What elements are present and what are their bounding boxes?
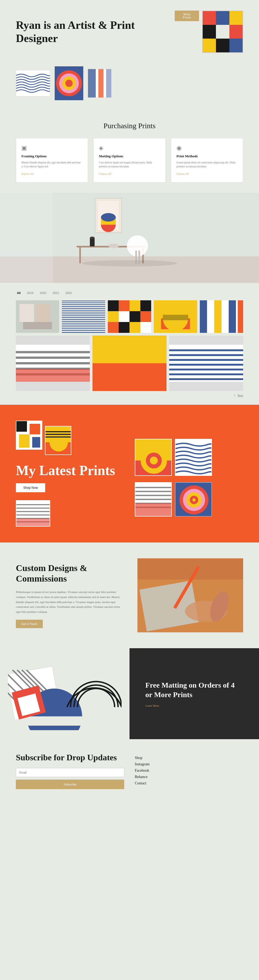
footer-link-contact[interactable]: Contact — [135, 781, 243, 786]
portfolio-grid-top — [16, 300, 243, 333]
portfolio-item-4 — [154, 300, 197, 333]
stripe-svg — [88, 69, 111, 98]
svg-rect-53 — [229, 300, 236, 333]
footer-link-behance[interactable]: Behance — [135, 775, 243, 779]
svg-rect-40 — [129, 311, 140, 322]
svg-rect-31 — [36, 304, 50, 322]
art-cell-7 — [203, 38, 216, 52]
circle-artwork — [54, 66, 84, 100]
svg-rect-69 — [30, 424, 40, 434]
svg-rect-13 — [0, 193, 53, 283]
custom-right — [137, 558, 243, 632]
footer-right: Shop Instagram Facebook Behance Contact — [135, 752, 243, 789]
shop-now-button[interactable]: Shop Now — [16, 483, 45, 492]
art-cell-8 — [216, 38, 229, 52]
orange-right-bottom — [135, 482, 243, 517]
get-touch-button[interactable]: Get in Touch — [16, 620, 43, 628]
room-section — [0, 193, 259, 283]
svg-rect-49 — [163, 315, 188, 320]
svg-rect-30 — [19, 304, 34, 322]
portfolio-yellow-orange-svg — [92, 336, 167, 391]
footer-link-shop[interactable]: Shop — [135, 756, 243, 760]
subscribe-button[interactable]: Subscribe — [16, 780, 124, 789]
svg-rect-57 — [92, 345, 167, 363]
orange-bottom-art — [16, 500, 124, 527]
svg-rect-39 — [119, 311, 129, 322]
portfolio-photo-svg — [16, 300, 59, 333]
svg-rect-45 — [140, 322, 151, 333]
hero-title: Ryan is an Artist & Print Designer — [16, 19, 175, 45]
svg-rect-51 — [200, 300, 207, 333]
tab-2022[interactable]: 2022 — [65, 291, 73, 295]
matting-option-card: ◈ Matting Options Cras ultrices ligula s… — [93, 138, 165, 182]
matting-icon: ◈ — [99, 145, 160, 151]
print-methods-description: Lorem ipsum dolor sit consectetur adipis… — [176, 161, 238, 169]
tab-all[interactable]: All — [16, 291, 22, 295]
purchasing-section: Purchasing Prints ▣ Framing Options Maur… — [0, 111, 259, 193]
svg-rect-7 — [88, 69, 96, 97]
art-cell-3 — [229, 11, 243, 25]
print-methods-card: ◉ Print Methods Lorem ipsum dolor sit co… — [171, 138, 243, 182]
svg-rect-44 — [129, 322, 140, 333]
footer-link-facebook[interactable]: Facebook — [135, 768, 243, 773]
footer-section: Subscribe for Drop Updates Subscribe Sho… — [0, 739, 259, 802]
portfolio-geo-svg — [108, 300, 151, 333]
learn-more-link[interactable]: Learn More — [145, 704, 243, 707]
latest-prints-right — [135, 439, 243, 517]
orange-art-rb2 — [175, 482, 212, 517]
matting-description: Cras ultrices ligula sed magna dictum po… — [99, 161, 160, 169]
orange-art-tl — [16, 421, 42, 450]
latest-prints-left: My Latest Prints Shop Now — [16, 421, 124, 527]
shop-prints-button[interactable]: Shop Prints — [175, 11, 199, 21]
print-methods-explore-link[interactable]: Explore All — [176, 172, 189, 175]
hero-art-grid — [202, 11, 243, 53]
portfolio-stripe-h-svg — [169, 336, 243, 391]
custom-section: Custom Designs & Commissions Pellentesqu… — [0, 542, 259, 648]
shop-btn-area: Shop Prints — [175, 11, 199, 21]
orange-art-tr — [45, 426, 72, 455]
orange-art-bl — [16, 500, 50, 527]
stripe-artwork — [88, 69, 111, 98]
svg-rect-36 — [129, 300, 140, 311]
svg-point-5 — [65, 80, 72, 87]
framing-description: Mauris blandit aliquam elit, eget tincid… — [21, 161, 83, 169]
orange-right-top — [135, 439, 243, 476]
svg-point-22 — [127, 235, 148, 256]
footer-link-instagram[interactable]: Instagram — [135, 762, 243, 767]
svg-rect-123 — [26, 716, 82, 726]
portfolio-item-5 — [200, 300, 243, 333]
hero-art: Shop Prints — [175, 11, 243, 53]
next-page-link[interactable]: Next — [238, 394, 243, 397]
svg-rect-37 — [140, 300, 151, 311]
svg-point-74 — [49, 433, 68, 452]
svg-point-27 — [108, 244, 119, 248]
room-svg — [0, 193, 259, 283]
tab-2020[interactable]: 2020 — [39, 291, 47, 295]
art-cell-5 — [216, 25, 229, 38]
tab-2019[interactable]: 2019 — [26, 291, 34, 295]
matting-title: Matting Options — [99, 154, 160, 158]
options-grid: ▣ Framing Options Mauris blandit aliquam… — [16, 138, 243, 182]
svg-point-105 — [192, 498, 195, 501]
svg-rect-54 — [238, 300, 243, 333]
footer-heading: Subscribe for Drop Updates — [16, 752, 124, 762]
svg-rect-68 — [16, 421, 27, 432]
artworks-row — [0, 64, 259, 111]
matting-explore-link[interactable]: Explore All — [99, 172, 111, 175]
orange-art-rt1 — [135, 439, 172, 476]
portfolio-item-1 — [16, 300, 59, 333]
framing-title: Framing Options — [21, 154, 83, 158]
portfolio-stripe-v-svg — [200, 300, 243, 333]
svg-point-26 — [90, 237, 95, 239]
svg-rect-32 — [23, 322, 52, 329]
art-cell-2 — [216, 11, 229, 25]
tab-2021[interactable]: 2021 — [52, 291, 60, 295]
email-input[interactable] — [16, 768, 124, 777]
svg-rect-20 — [79, 247, 81, 263]
page-number[interactable]: 1 — [234, 394, 235, 397]
framing-explore-link[interactable]: Explore All — [21, 172, 33, 175]
portfolio-item-6 — [16, 336, 90, 391]
custom-heading: Custom Designs & Commissions — [16, 563, 122, 584]
svg-rect-35 — [119, 300, 129, 311]
svg-rect-41 — [140, 311, 151, 322]
